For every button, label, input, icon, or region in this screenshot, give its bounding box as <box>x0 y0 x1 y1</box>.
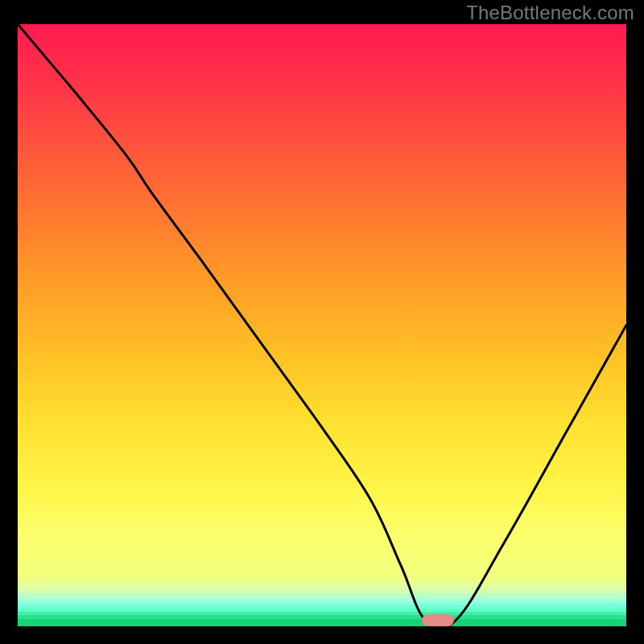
chart-frame: TheBottleneck.com <box>0 0 644 644</box>
plot-area <box>18 24 626 626</box>
bottleneck-curve <box>18 24 626 626</box>
optimal-marker <box>422 614 454 626</box>
watermark-text: TheBottleneck.com <box>466 2 634 24</box>
plot-background <box>18 24 626 626</box>
